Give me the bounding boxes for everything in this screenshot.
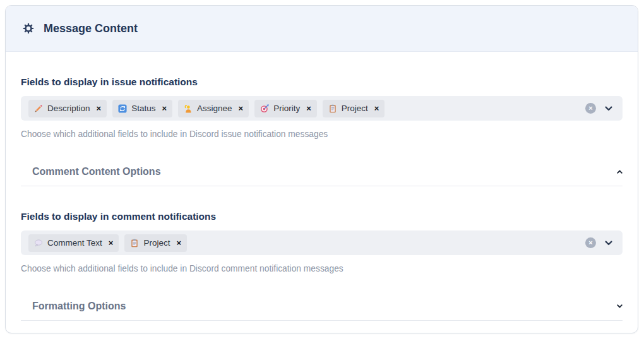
field-tag-label: Project — [143, 238, 170, 248]
field-tag-label: Priority — [273, 104, 300, 113]
clipboard-icon — [130, 239, 139, 248]
remove-tag-button[interactable]: × — [176, 238, 181, 248]
raising-hand-icon — [184, 104, 193, 113]
comment-fields-controls: × — [585, 237, 615, 248]
field-tag: Project× — [124, 234, 187, 252]
section-title: Comment Content Options — [32, 166, 161, 177]
issue-fields-tag-list: Description×Status×Assignee×Priority×Pro… — [28, 100, 585, 117]
speech-balloon-icon — [34, 239, 43, 248]
field-tag-label: Project — [342, 104, 368, 113]
message-content-card: Message Content Fields to display in iss… — [5, 5, 638, 333]
chevron-down-icon[interactable] — [605, 241, 612, 246]
remove-tag-button[interactable]: × — [374, 104, 379, 113]
target-icon — [260, 104, 269, 113]
remove-tag-button[interactable]: × — [239, 104, 244, 113]
remove-tag-button[interactable]: × — [162, 104, 167, 113]
issue-fields-label: Fields to display in issue notifications — [21, 76, 623, 88]
field-tag-label: Assignee — [197, 104, 232, 113]
comment-fields-tag-list: Comment Text×Project× — [28, 234, 585, 252]
field-tag: Project× — [323, 100, 385, 117]
chevron-up-icon[interactable] — [617, 170, 623, 174]
issue-fields-help: Choose which additional fields to includ… — [21, 129, 623, 140]
comment-fields-help: Choose which additional fields to includ… — [21, 264, 623, 274]
chevron-down-icon[interactable] — [605, 106, 612, 111]
card-header: Message Content — [6, 6, 638, 52]
field-tag-label: Comment Text — [47, 238, 102, 248]
remove-tag-button[interactable]: × — [306, 104, 311, 113]
field-tag: Priority× — [254, 100, 317, 117]
remove-tag-button[interactable]: × — [109, 238, 114, 248]
clipboard-icon — [328, 104, 337, 113]
field-tag: Comment Text× — [28, 234, 119, 252]
card-body: Fields to display in issue notifications… — [6, 76, 638, 321]
field-tag: Status× — [112, 100, 172, 117]
page-title: Message Content — [44, 22, 138, 35]
field-tag-label: Status — [131, 104, 155, 113]
issue-fields-multiselect[interactable]: Description×Status×Assignee×Priority×Pro… — [21, 96, 623, 121]
clear-all-icon[interactable]: × — [585, 103, 596, 114]
clear-all-icon[interactable]: × — [585, 237, 596, 248]
field-tag: Assignee× — [178, 100, 249, 117]
comment-content-options-header[interactable]: Comment Content Options — [21, 159, 623, 186]
pencil-icon — [34, 104, 43, 113]
refresh-icon — [118, 104, 127, 113]
chevron-down-icon[interactable] — [617, 304, 623, 308]
issue-fields-controls: × — [585, 103, 615, 114]
remove-tag-button[interactable]: × — [97, 104, 102, 113]
comment-fields-label: Fields to display in comment notificatio… — [21, 210, 623, 222]
section-title: Formatting Options — [32, 301, 126, 312]
field-tag: Description× — [28, 100, 107, 117]
formatting-options-header[interactable]: Formatting Options — [21, 293, 623, 321]
comment-fields-multiselect[interactable]: Comment Text×Project× × — [21, 230, 623, 255]
gear-icon — [23, 23, 34, 34]
field-tag-label: Description — [47, 104, 90, 113]
